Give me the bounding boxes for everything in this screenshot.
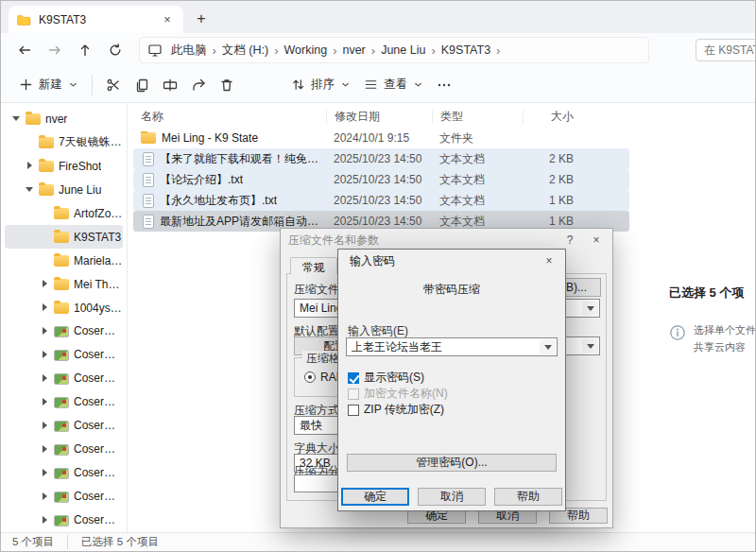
sidebar-item[interactable]: K9STAT3 — [5, 225, 123, 249]
sidebar-item[interactable]: Coser@黏黏 — [5, 414, 123, 438]
item-icon — [39, 137, 54, 148]
file-row[interactable]: 【永久地址发布页】.txt 2025/10/23 14:50 文本文档 1 KB — [133, 190, 629, 211]
chevron-icon[interactable] — [12, 114, 21, 123]
dialog-close-icon[interactable]: × — [541, 252, 558, 269]
chevron-icon[interactable] — [41, 469, 49, 477]
breadcrumb-item[interactable]: nver — [337, 42, 369, 59]
explorer-tab[interactable]: K9STAT3 × — [9, 6, 183, 33]
refresh-button[interactable] — [101, 37, 129, 63]
checkbox[interactable]: 显示密码(S) — [348, 370, 559, 386]
file-row[interactable]: 【来了就能下载和观看！纯免费！】.txt 2025/10/23 14:50 文本… — [133, 148, 629, 169]
sidebar-item[interactable]: Coser@黏黏 — [5, 367, 123, 390]
more-options-button[interactable] — [430, 73, 458, 97]
tab-general[interactable]: 常规 — [290, 257, 337, 274]
file-type: 文本文档 — [432, 214, 523, 230]
column-header-date[interactable]: 修改日期 — [326, 110, 432, 124]
checkbox-icon[interactable] — [348, 388, 359, 400]
column-header-type[interactable]: 类型 — [432, 110, 523, 124]
new-button[interactable]: 新建 — [12, 72, 85, 97]
checkbox-icon[interactable] — [348, 405, 359, 416]
copy-button[interactable] — [128, 73, 156, 97]
breadcrumb-item[interactable]: June Liu — [376, 42, 430, 59]
breadcrumb-item[interactable]: 此电脑 — [166, 41, 212, 60]
breadcrumb-item[interactable]: 文档 (H:) — [217, 41, 273, 60]
sidebar-item[interactable]: nver — [5, 107, 123, 130]
item-count: 5 个项目 — [12, 535, 54, 549]
forward-button[interactable] — [41, 37, 69, 63]
sidebar-item[interactable]: Coser@黏黏 — [5, 343, 123, 367]
cut-button[interactable] — [99, 73, 128, 97]
chevron-icon[interactable] — [26, 162, 34, 170]
file-row[interactable]: Mei Ling - K9 State 2024/10/1 9:15 文件夹 — [133, 128, 629, 148]
file-icon — [141, 132, 156, 144]
chevron-icon[interactable] — [41, 516, 49, 525]
rename-button[interactable] — [156, 73, 184, 97]
sidebar-item[interactable]: Mei The Fo — [5, 272, 123, 296]
chevron-icon[interactable] — [41, 351, 49, 359]
cancel-button[interactable]: 取消 — [418, 488, 486, 506]
file-row[interactable]: 【论坛介绍】.txt 2025/10/23 14:50 文本文档 2 KB — [133, 169, 629, 190]
chevron-down-icon[interactable] — [582, 338, 598, 354]
chevron-icon[interactable] — [41, 256, 49, 265]
chevron-icon[interactable] — [26, 138, 34, 147]
chevron-down-icon[interactable] — [582, 301, 598, 316]
file-date: 2024/10/1 9:15 — [326, 131, 432, 145]
dialog-close-icon[interactable]: × — [588, 232, 605, 249]
help-button[interactable]: 帮助 — [494, 488, 562, 506]
ok-button[interactable]: 确定 — [341, 488, 409, 506]
explorer-window: K9STAT3 × + 此电脑 › — [0, 0, 756, 552]
chevron-down-icon[interactable] — [540, 339, 556, 354]
item-icon — [54, 468, 69, 479]
radio-icon[interactable] — [304, 371, 316, 383]
chevron-icon[interactable] — [41, 422, 49, 430]
up-button[interactable] — [71, 37, 99, 63]
breadcrumb-item[interactable]: Working — [280, 42, 333, 59]
sidebar-item[interactable]: Coser@黏黏 — [5, 461, 123, 485]
chevron-icon[interactable] — [41, 492, 49, 501]
sidebar-item[interactable]: Coser@黏黏 — [5, 390, 123, 414]
back-icon — [17, 43, 32, 58]
share-button[interactable] — [184, 73, 213, 97]
file-icon — [143, 152, 154, 166]
sidebar-item[interactable]: ArtofZoo M — [5, 201, 123, 225]
new-tab-button[interactable]: + — [189, 7, 214, 31]
sidebar-item[interactable]: Coser@黏黏 — [5, 509, 123, 532]
chevron-icon[interactable] — [41, 398, 49, 406]
column-header-size[interactable]: 大小 — [523, 110, 581, 124]
chevron-icon[interactable] — [26, 185, 34, 194]
chevron-icon[interactable] — [41, 327, 49, 336]
chevron-icon[interactable] — [41, 233, 49, 241]
back-button[interactable] — [10, 37, 39, 63]
sidebar-item[interactable]: Coser@黏黏 — [5, 485, 123, 509]
breadcrumb-item[interactable]: K9STAT3 — [437, 42, 495, 59]
search-input[interactable]: 在 K9STAT3 中搜索 — [696, 39, 756, 61]
sidebar-item[interactable]: Coser@黏黏 — [5, 319, 123, 343]
sidebar-item[interactable]: 1004ysus - — [5, 296, 123, 319]
tab-close-icon[interactable]: × — [159, 11, 176, 28]
sidebar-item[interactable]: June Liu — [5, 178, 123, 201]
delete-button[interactable] — [213, 73, 241, 97]
chevron-icon[interactable] — [41, 374, 49, 383]
chevron-icon[interactable] — [41, 445, 49, 454]
sidebar-item[interactable]: FireShot — [5, 154, 123, 178]
chevron-icon[interactable] — [41, 280, 49, 288]
dialog-help-icon[interactable]: ? — [561, 232, 578, 249]
chevron-icon[interactable] — [41, 209, 49, 217]
file-date: 2025/10/23 14:50 — [326, 215, 432, 228]
checkbox[interactable]: ZIP 传统加密(Z) — [348, 402, 559, 418]
file-icon — [143, 173, 154, 187]
sidebar-item-label: FireShot — [59, 160, 101, 173]
sidebar-item[interactable]: Coser@黏黏 — [5, 438, 123, 461]
sidebar-item-label: Coser@黏黏 — [74, 418, 123, 434]
sidebar-item[interactable]: Mariela - S — [5, 249, 123, 272]
chevron-icon[interactable] — [41, 303, 49, 312]
checkbox[interactable]: 加密文件名称(N) — [348, 386, 559, 402]
checkbox-icon[interactable] — [348, 372, 359, 384]
password-input[interactable]: 上老王论坛当老王 — [346, 337, 558, 356]
address-bar[interactable]: 此电脑 › 文档 (H:) › Working › nver › June Li… — [139, 37, 649, 63]
manage-passwords-button[interactable]: 管理密码(O)... — [347, 454, 557, 472]
view-button[interactable]: 查看 — [357, 72, 430, 97]
sidebar-item[interactable]: 7天银镜蛛-6集 — [5, 130, 123, 154]
sort-button[interactable]: 排序 — [284, 72, 357, 97]
column-header-name[interactable]: 名称 — [133, 109, 326, 125]
